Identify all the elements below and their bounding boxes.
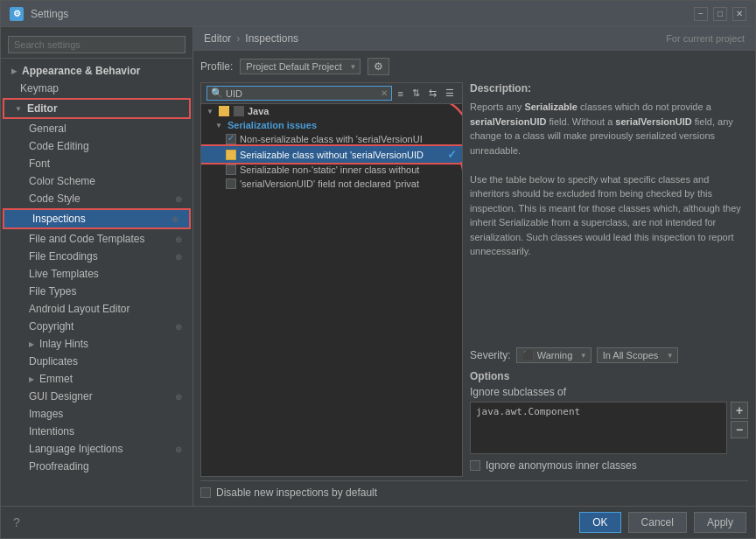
maximize-button[interactable]: □ (713, 7, 727, 21)
options-section: Options Ignore subclasses of java.awt.Co… (470, 370, 748, 472)
tree-item-text-1: Serializable class without 'serialVersio… (240, 150, 441, 160)
sidebar-label-language-injections: Language Injections (29, 443, 122, 455)
copy-icon-7: ⊕ (175, 444, 182, 454)
subclass-input-row: java.awt.Component + − (470, 402, 748, 454)
chevron-down-icon: ▼ (15, 105, 22, 113)
description-label: Description: (470, 82, 748, 94)
sidebar-item-gui-designer[interactable]: GUI Designer ⊕ (1, 388, 192, 405)
filter-button[interactable]: ≡ (396, 88, 406, 100)
breadcrumb-editor: Editor (204, 32, 231, 45)
help-button[interactable]: ? (10, 515, 24, 529)
tree-item-0[interactable]: Non-serializable class with 'serialVersi… (201, 132, 462, 146)
sidebar-item-keymap[interactable]: Keymap (1, 80, 192, 97)
right-panel: Editor › Inspections For current project… (193, 27, 755, 506)
sidebar-label-editor: Editor (27, 102, 58, 115)
sidebar-item-proofreading[interactable]: Proofreading (1, 458, 192, 475)
sidebar-label-font: Font (29, 158, 50, 170)
ok-button[interactable]: OK (579, 512, 620, 533)
sidebar-item-language-injections[interactable]: Language Injections ⊕ (1, 440, 192, 458)
tree-java-group[interactable]: ▼ Java (201, 104, 462, 118)
sidebar-label-inspections: Inspections (32, 213, 86, 225)
sidebar-label-copyright: Copyright (29, 320, 74, 332)
for-current-project-text: For current project (666, 33, 745, 44)
profile-gear-button[interactable]: ⚙ (368, 58, 389, 75)
severity-row: Severity: ⬛ Warning In All Scopes (470, 347, 748, 363)
sidebar-item-appearance[interactable]: ▶ Appearance & Behavior (1, 62, 192, 80)
sidebar-item-code-editing[interactable]: Code Editing (1, 137, 192, 155)
sidebar-item-copyright[interactable]: Copyright ⊕ (1, 318, 192, 335)
subclass-input[interactable]: java.awt.Component (470, 402, 727, 454)
sidebar-item-duplicates[interactable]: Duplicates (1, 353, 192, 370)
copy-icon: ⊕ (175, 194, 182, 204)
tree-serialization-group[interactable]: ▼ Serialization issues (201, 118, 462, 132)
check-mark-icon: ✓ (447, 148, 457, 161)
severity-select[interactable]: ⬛ Warning (516, 347, 592, 363)
tree-item-text-2: Serializable non-'static' inner class wi… (240, 164, 457, 175)
sidebar-item-inspections[interactable]: Inspections ⊕ (3, 208, 191, 229)
profile-label: Profile: (200, 60, 233, 73)
tree-item-1[interactable]: Serializable class without 'serialVersio… (201, 146, 462, 163)
sidebar-item-font[interactable]: Font (1, 155, 192, 172)
tree-item-text-3: 'serialVersionUID' field not declared 'p… (240, 178, 457, 189)
sidebar-label-images: Images (29, 408, 63, 420)
scope-select-wrapper: In All Scopes (597, 347, 678, 363)
main-split: 🔍 ✕ ≡ ⇅ ⇆ ☰ (200, 82, 748, 477)
copy-icon-4: ⊕ (175, 252, 182, 262)
collapse-all-button[interactable]: ⇆ (426, 87, 439, 100)
tree-checkbox-1[interactable] (226, 150, 236, 160)
sidebar-item-file-types[interactable]: File Types (1, 283, 192, 300)
tree-checkbox-0[interactable] (226, 134, 236, 144)
breadcrumb-inspections: Inspections (245, 32, 298, 45)
sidebar: ▶ Appearance & Behavior Keymap ▼ Editor … (1, 27, 193, 506)
remove-subclass-button[interactable]: − (731, 421, 748, 438)
description-panel: Description: Reports any Serializable cl… (470, 82, 748, 477)
severity-select-wrapper: ⬛ Warning (516, 347, 592, 363)
inspection-search-input[interactable] (226, 88, 378, 99)
settings-dialog: ⚙ Settings − □ ✕ ▶ Appearance & Behavior… (0, 0, 756, 539)
profile-select[interactable]: Project Default Project (240, 59, 360, 74)
cancel-button[interactable]: Cancel (628, 512, 687, 533)
sidebar-item-images[interactable]: Images (1, 405, 192, 423)
minimize-button[interactable]: − (694, 7, 708, 21)
window-title: Settings (31, 8, 68, 20)
apply-button[interactable]: Apply (694, 512, 746, 533)
title-bar: ⚙ Settings − □ ✕ (1, 1, 755, 27)
sidebar-item-intentions[interactable]: Intentions (1, 423, 192, 440)
close-button[interactable]: ✕ (732, 7, 746, 21)
tree-item-3[interactable]: 'serialVersionUID' field not declared 'p… (201, 177, 462, 191)
sidebar-item-general[interactable]: General (1, 120, 192, 137)
sidebar-item-editor[interactable]: ▼ Editor (3, 98, 191, 119)
java-color-indicator-2 (234, 106, 244, 116)
export-button[interactable]: ☰ (443, 87, 457, 100)
sidebar-search-container (1, 32, 192, 59)
tree-checkbox-3[interactable] (226, 178, 236, 189)
sidebar-item-file-code-templates[interactable]: File and Code Templates ⊕ (1, 230, 192, 248)
sidebar-label-proofreading: Proofreading (29, 460, 89, 472)
tree-checkbox-2[interactable] (226, 164, 236, 175)
subclass-buttons: + − (731, 402, 748, 454)
sidebar-item-android-layout[interactable]: Android Layout Editor (1, 300, 192, 318)
sidebar-item-color-scheme[interactable]: Color Scheme (1, 172, 192, 190)
scope-select[interactable]: In All Scopes (597, 347, 678, 363)
inspection-toolbar: 🔍 ✕ ≡ ⇅ ⇆ ☰ (201, 83, 462, 104)
ignore-anon-checkbox[interactable] (470, 460, 480, 471)
sidebar-label-file-code-templates: File and Code Templates (29, 233, 145, 245)
severity-label: Severity: (470, 349, 511, 361)
sidebar-label-file-encodings: File Encodings (29, 250, 98, 262)
sidebar-search-input[interactable] (8, 36, 186, 53)
sidebar-item-emmet[interactable]: ▶ Emmet (1, 370, 192, 388)
chevron-right-icon: ▶ (11, 67, 17, 75)
ignore-subclasses-label: Ignore subclasses of (470, 386, 748, 398)
sidebar-item-code-style[interactable]: Code Style ⊕ (1, 190, 192, 207)
expand-all-button[interactable]: ⇅ (410, 87, 423, 100)
tree-item-2[interactable]: Serializable non-'static' inner class wi… (201, 163, 462, 177)
sidebar-item-live-templates[interactable]: Live Templates (1, 265, 192, 283)
sidebar-item-inlay-hints[interactable]: ▶ Inlay Hints (1, 335, 192, 353)
profile-select-wrapper: Project Default Project (240, 59, 360, 74)
search-clear-button[interactable]: ✕ (381, 88, 388, 98)
add-subclass-button[interactable]: + (731, 402, 748, 419)
sidebar-item-file-encodings[interactable]: File Encodings ⊕ (1, 248, 192, 265)
sidebar-label-file-types: File Types (29, 285, 76, 298)
disable-new-inspections-checkbox[interactable] (200, 487, 211, 498)
desc-text-2: Use the table below to specify what spec… (470, 172, 748, 259)
